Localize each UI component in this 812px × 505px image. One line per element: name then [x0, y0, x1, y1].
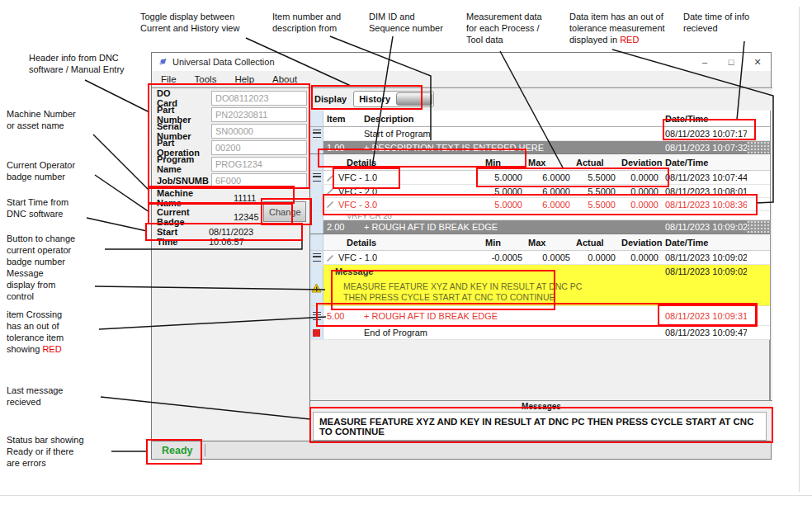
edit-icon: [326, 173, 335, 182]
max-value: 0.0005: [526, 251, 574, 264]
col-max: Max: [526, 154, 574, 170]
drag-handle-icon[interactable]: [313, 130, 321, 138]
col-datetime: Date/Time: [663, 111, 747, 126]
row-item-number: 1.00: [323, 141, 361, 153]
gutter-cell: [310, 278, 323, 305]
stop-icon: [313, 329, 320, 337]
gutter-cell: [310, 220, 323, 234]
table-row-vfc-3-out-of-tolerance[interactable]: VFC - 3.0 5.0000 6.0000 5.5000 0.0000 08…: [310, 198, 770, 211]
header-info-panel: DO Card DO08112023 Part Number PN2023081…: [152, 87, 310, 442]
gutter-cell: [310, 211, 323, 219]
table-row-vfc-2[interactable]: VFC - 2.0 5.0000 6.0000 5.5000 0.0000 08…: [310, 185, 770, 198]
gutter-cell: [310, 154, 323, 170]
dim-id: VFC - 1.0: [338, 252, 377, 262]
drag-handle-icon[interactable]: [313, 253, 321, 262]
callout-toggle-display: Toggle display between Current and Histo…: [140, 11, 260, 34]
app-icon: [158, 58, 168, 67]
col-actual: Actual: [574, 154, 620, 170]
table-row-message[interactable]: Message 08/11/2023 10:09:02: [310, 265, 770, 278]
table-row-end-of-program[interactable]: End of Program 08/11/2023 10:09:47: [310, 326, 770, 340]
callout-message-display: Message display from control: [7, 267, 89, 302]
control-message-line1: MEASURE FEATURE XYZ AND KEY IN RESULT AT…: [343, 281, 582, 292]
min-value: 5.0000: [479, 185, 526, 197]
min-value: 5.0000: [479, 171, 526, 184]
display-label: Display: [314, 94, 347, 104]
dim-id: VFC - 2.0: [338, 186, 377, 196]
job-snumb-input[interactable]: 6F000: [211, 173, 307, 188]
gutter-cell: [310, 185, 323, 197]
menu-file[interactable]: File: [152, 74, 186, 84]
toggle-knob-icon[interactable]: [396, 92, 432, 106]
messages-panel: Messages MEASURE FEATURE XYZ AND KEY IN …: [310, 400, 772, 443]
table-row-vrfy-note: VRFY CR 20: [310, 211, 770, 220]
table-row-start-of-program[interactable]: Start of Program 08/11/2023 10:07:17: [310, 127, 770, 141]
data-panel: Display History Item Description Date/Ti…: [310, 87, 772, 442]
row-datetime: 08/11/2023 10:09:02: [663, 220, 747, 234]
col-description: Description: [361, 111, 663, 126]
status-text: Ready: [162, 445, 193, 456]
callout-change-button: Button to change current operator badge …: [7, 233, 106, 267]
row-description: + DESCRIPTION TEXT IS ENTERED HERE: [361, 141, 663, 153]
callout-status-bar: Status bar showing Ready or if there are…: [7, 434, 114, 469]
start-time-label: Start Time: [157, 227, 177, 247]
start-time-value: 08/11/2023 10:06:57: [209, 227, 253, 247]
table-row-group-1[interactable]: 1.00 + DESCRIPTION TEXT IS ENTERED HERE …: [310, 141, 770, 154]
change-badge-button[interactable]: Change: [263, 201, 306, 222]
col-min: Min: [479, 154, 526, 170]
drag-handle-icon[interactable]: [313, 173, 321, 182]
callout-datetime: Date time of info recieved: [683, 11, 774, 34]
gutter-cell: [310, 111, 323, 126]
gutter-cell: [310, 198, 323, 210]
table-row-vfc-1[interactable]: VFC - 1.0 5.0000 6.0000 5.5000 0.0000 08…: [310, 171, 770, 185]
row-description: + ROUGH AFT ID BREAK EDGE: [361, 306, 663, 325]
part-number-input[interactable]: PN20230811: [211, 107, 307, 122]
display-mode-value: History: [359, 94, 390, 104]
callout-start-time: Start Time from DNC software: [7, 196, 97, 219]
display-history-toggle[interactable]: History: [353, 91, 434, 107]
callout-text: Measurement data for each Process / Tool…: [466, 12, 542, 45]
col-min: Min: [479, 234, 526, 250]
details-header-row: Details Min Max Actual Deviation Date/Ti…: [310, 234, 770, 251]
row-description: + ROUGH AFT ID BREAK EDGE: [361, 220, 663, 234]
warning-icon: [311, 283, 322, 293]
menu-bar: File Tools Help About: [152, 71, 771, 87]
do-card-input[interactable]: DO08112023: [211, 91, 307, 106]
minimize-icon[interactable]: –: [692, 53, 718, 71]
edit-icon: [326, 186, 335, 196]
col-datetime: Date/Time: [663, 234, 747, 250]
menu-help[interactable]: Help: [225, 74, 263, 84]
gutter-cell: [310, 141, 323, 153]
maximize-icon[interactable]: □: [718, 53, 744, 71]
display-bar: Display History: [310, 88, 772, 110]
field-label: Job/SNUMB: [157, 176, 209, 186]
machine-name-value: 11111: [234, 193, 256, 203]
details-header-row: Details Min Max Actual Deviation Date/Ti…: [310, 154, 770, 171]
row-item-number: 5.00: [323, 306, 361, 325]
last-message-box[interactable]: MEASURE FEATURE XYZ AND KEY IN RESULT AT…: [313, 412, 767, 441]
drag-handle-icon[interactable]: [313, 312, 321, 320]
callout-out-of-tolerance: Data item has an out of tolerance measur…: [569, 11, 697, 45]
table-row-group-2[interactable]: 2.00 + ROUGH AFT ID BREAK EDGE 08/11/202…: [310, 220, 770, 234]
serial-number-input[interactable]: SN00000: [211, 124, 307, 139]
table-row-vfc-1-group2[interactable]: VFC - 1.0 -0.0005 0.0005 0.0000 0.0000 0…: [310, 251, 770, 265]
menu-tools[interactable]: Tools: [186, 74, 226, 84]
status-separator: [205, 444, 205, 456]
screenshot: Universal Data Collection – □ ✕ File Too…: [0, 0, 812, 505]
row-datetime: 08/11/2023 10:07:44: [663, 171, 747, 184]
max-value: 6.0000: [526, 198, 574, 210]
menu-about[interactable]: About: [263, 74, 306, 84]
program-name-input[interactable]: PROG1234: [211, 157, 307, 172]
table-row-crossing-5-out-of-tolerance[interactable]: 5.00 + ROUGH AFT ID BREAK EDGE 08/11/202…: [310, 306, 770, 326]
row-item-number: 2.00: [323, 220, 361, 234]
actual-value: 5.5000: [574, 198, 620, 210]
callout-text: Data item has an out of tolerance measur…: [569, 12, 665, 45]
deviation-value: 0.0000: [620, 198, 663, 210]
row-datetime: 08/11/2023 10:07:32: [663, 141, 747, 153]
gutter-cell: [310, 326, 323, 339]
edit-icon: [326, 253, 335, 262]
close-icon[interactable]: ✕: [744, 53, 771, 71]
current-badge-label: Current Badge: [157, 207, 190, 227]
callout-operator-badge: Current Operator badge number: [7, 159, 106, 182]
part-operation-input[interactable]: 00200: [211, 140, 307, 155]
col-deviation: Deviation: [620, 234, 663, 250]
